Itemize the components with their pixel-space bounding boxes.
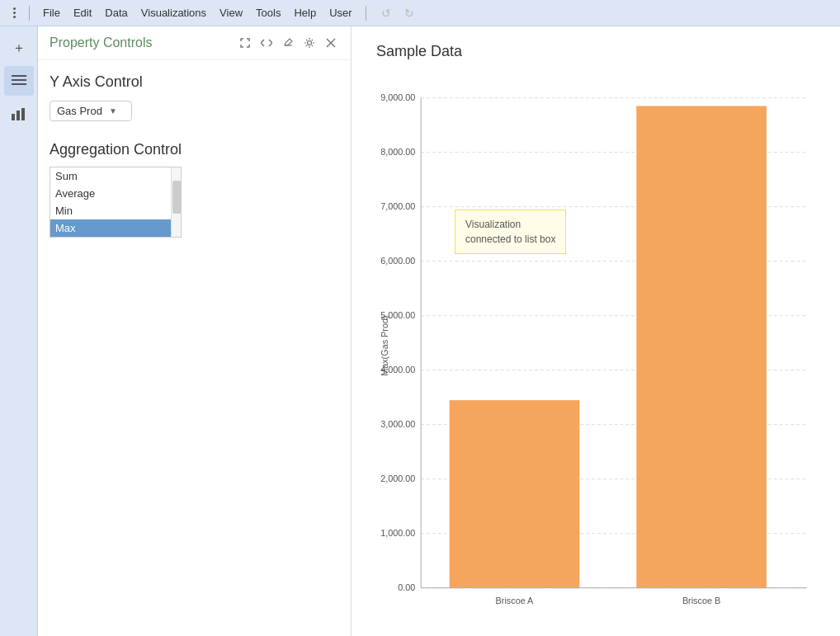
svg-text:3,000.00: 3,000.00 (380, 419, 415, 429)
listbox-items: Sum Average Min Max (50, 167, 171, 237)
pencil-icon (283, 38, 293, 48)
svg-text:9,000.00: 9,000.00 (380, 92, 415, 102)
aggregation-section-title: Aggregation Control (50, 141, 339, 158)
chart-title: Sample Data (376, 43, 815, 60)
panel-title: Property Controls (50, 35, 153, 50)
list-icon (12, 75, 26, 87)
listbox-scrollbar[interactable] (171, 167, 181, 237)
list-view-button[interactable] (4, 66, 34, 96)
code-icon-btn[interactable] (258, 35, 275, 51)
bar-briscoe-b[interactable] (636, 106, 767, 588)
expand-icon (240, 38, 250, 48)
menu-edit[interactable]: Edit (67, 3, 98, 22)
menu-file[interactable]: File (36, 3, 67, 22)
svg-text:Briscoe A: Briscoe A (496, 596, 535, 605)
svg-text:1,000.00: 1,000.00 (380, 528, 415, 538)
app-menu-button[interactable] (7, 4, 22, 21)
redo-button[interactable]: ↻ (399, 3, 419, 23)
close-icon-btn[interactable] (323, 35, 339, 51)
gas-prod-dropdown[interactable]: Gas Prod ▼ (50, 101, 132, 121)
chart-view-button[interactable] (4, 99, 34, 129)
scrollbar-thumb (172, 181, 181, 214)
svg-rect-3 (12, 114, 15, 120)
svg-text:0.00: 0.00 (398, 582, 415, 592)
add-panel-button[interactable]: ＋ (4, 33, 34, 63)
svg-text:6,000.00: 6,000.00 (380, 256, 415, 266)
svg-text:2,000.00: 2,000.00 (380, 473, 415, 483)
panel-header: Property Controls (38, 26, 351, 60)
gear-icon (304, 37, 315, 49)
panel-body: Y Axis Control Gas Prod ▼ Aggregation Co… (38, 60, 351, 636)
sep2 (366, 6, 366, 21)
settings-icon-btn[interactable] (301, 35, 318, 51)
listbox-item-max[interactable]: Max (50, 219, 171, 237)
menu-user[interactable]: User (323, 3, 358, 22)
close-icon (326, 38, 336, 48)
y-axis-section-title: Y Axis Control (50, 73, 339, 91)
bar-briscoe-a[interactable] (450, 400, 580, 588)
menu-view[interactable]: View (213, 3, 249, 22)
bar-chart-svg: 9,000.00 8,000.00 7,000.00 6,000.00 5,00… (376, 73, 815, 634)
property-panel: Property Controls (38, 26, 352, 636)
listbox-item-min[interactable]: Min (50, 202, 171, 219)
svg-point-7 (308, 41, 312, 45)
svg-rect-2 (12, 83, 26, 85)
bar-chart-icon (12, 107, 26, 120)
svg-rect-0 (12, 75, 26, 77)
chart-area: Sample Data Visualization connected to l… (352, 26, 840, 636)
expand-icon-btn[interactable] (237, 35, 253, 51)
undo-button[interactable]: ↺ (376, 3, 396, 23)
svg-text:7,000.00: 7,000.00 (380, 201, 415, 211)
menu-help[interactable]: Help (287, 3, 323, 22)
left-sidebar: ＋ (0, 26, 38, 636)
menu-data[interactable]: Data (98, 3, 134, 22)
panel-icons (237, 35, 339, 51)
svg-text:8,000.00: 8,000.00 (380, 147, 415, 157)
menu-tools[interactable]: Tools (249, 3, 287, 22)
listbox-item-sum[interactable]: Sum (50, 167, 171, 185)
code-icon (261, 38, 272, 48)
svg-text:Briscoe B: Briscoe B (682, 596, 720, 605)
main-layout: ＋ Property Controls (0, 26, 840, 636)
listbox-item-average[interactable]: Average (50, 185, 171, 202)
aggregation-listbox[interactable]: Sum Average Min Max (50, 167, 182, 238)
chart-container: Visualization connected to list box 9,00… (376, 73, 815, 636)
dropdown-value: Gas Prod (57, 105, 102, 117)
menubar: File Edit Data Visualizations View Tools… (0, 0, 840, 26)
edit-icon-btn[interactable] (280, 35, 296, 51)
sep1 (29, 6, 30, 21)
content-area: Property Controls (38, 26, 840, 636)
svg-text:Max(Gas Prod): Max(Gas Prod) (380, 315, 389, 375)
menu-visualizations[interactable]: Visualizations (134, 3, 213, 22)
toolbar-actions: ↺ ↻ (376, 3, 419, 23)
svg-rect-1 (12, 79, 26, 81)
svg-rect-4 (17, 111, 20, 120)
chevron-down-icon: ▼ (109, 106, 117, 115)
svg-rect-5 (21, 108, 25, 120)
